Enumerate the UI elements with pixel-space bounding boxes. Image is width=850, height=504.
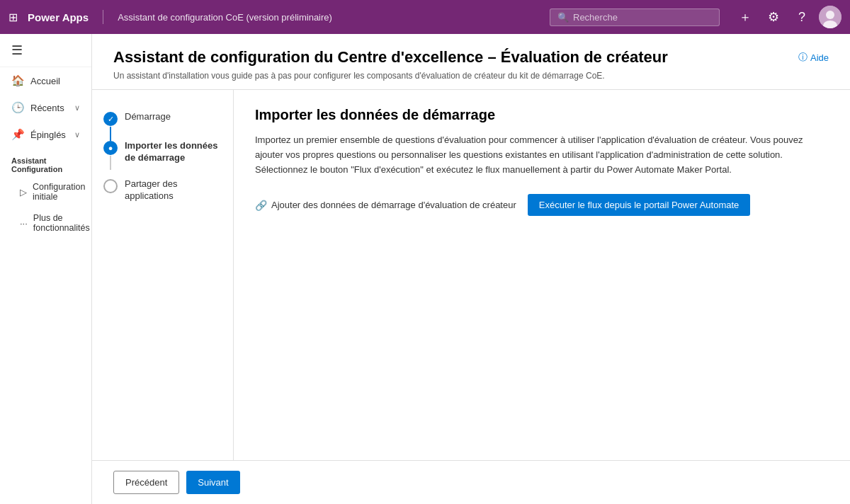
sidebar-sub-item-plus-label: Plus de fonctionnalités xyxy=(33,213,90,233)
content-area: Assistant de configuration du Centre d'e… xyxy=(92,34,850,504)
step-label-partager: Partager des applications xyxy=(125,178,222,202)
step-label-importer: Importer les données de démarrage xyxy=(125,140,222,164)
wizard-steps: ✓ Démarrage ● Importer les données de dé… xyxy=(92,90,234,460)
action-label: 🔗 Ajouter des données de démarrage d'éva… xyxy=(255,200,516,211)
wizard-step-partager[interactable]: Partager des applications xyxy=(92,171,233,210)
wizard-footer: Précédent Suivant xyxy=(92,460,850,504)
sidebar-item-config-initiale[interactable]: ▷ Configuration initiale xyxy=(0,176,91,207)
chevron-down-icon: ∨ xyxy=(74,103,80,113)
help-circle-icon: ⓘ xyxy=(798,51,808,64)
sidebar-item-accueil[interactable]: 🏠 Accueil xyxy=(0,67,91,94)
home-icon: 🏠 xyxy=(11,74,25,87)
wizard-step-demarrage[interactable]: ✓ Démarrage xyxy=(92,104,233,133)
sidebar-item-plus-fonctionnalites[interactable]: ··· Plus de fonctionnalités xyxy=(0,207,91,239)
app-logo: Power Apps xyxy=(28,11,89,23)
page-header: Assistant de configuration du Centre d'e… xyxy=(92,34,850,90)
main-layout: ☰ 🏠 Accueil 🕒 Récents ∨ 📌 Épinglés ∨ Ass… xyxy=(0,34,850,504)
wizard-layout: ✓ Démarrage ● Importer les données de dé… xyxy=(92,90,850,460)
topnav: ⊞ Power Apps Assistant de configuration … xyxy=(0,0,850,34)
wizard-content-panel: Importer les données de démarrage Import… xyxy=(234,90,850,460)
action-label-text: Ajouter des données de démarrage d'évalu… xyxy=(271,200,516,210)
sidebar-item-epingles-label: Épinglés xyxy=(30,130,66,140)
page-subtitle: Un assistant d'installation vous guide p… xyxy=(113,71,829,81)
execute-flow-button[interactable]: Exécuter le flux depuis le portail Power… xyxy=(528,194,751,216)
sidebar-item-accueil-label: Accueil xyxy=(30,76,60,86)
svg-point-1 xyxy=(826,11,834,19)
help-link[interactable]: ⓘ Aide xyxy=(798,51,829,64)
wizard-description: Importez un premier ensemble de question… xyxy=(255,133,829,177)
link-icon: 🔗 xyxy=(255,200,267,211)
clock-icon: 🕒 xyxy=(11,101,25,114)
step-connector-2 xyxy=(110,156,111,170)
wizard-section-title: Importer les données de démarrage xyxy=(255,107,829,123)
settings-button[interactable]: ⚙ xyxy=(762,6,785,28)
sidebar-section-label: Assistant Configuration xyxy=(0,148,91,176)
pin-icon: 📌 xyxy=(11,128,25,141)
play-icon: ▷ xyxy=(20,187,27,197)
sidebar-item-recents[interactable]: 🕒 Récents ∨ xyxy=(0,94,91,121)
sidebar-sub-item-config-label: Configuration initiale xyxy=(33,182,85,202)
wizard-action-row: 🔗 Ajouter des données de démarrage d'éva… xyxy=(255,194,829,216)
avatar[interactable] xyxy=(819,6,842,28)
step-circle-demarrage: ✓ xyxy=(103,112,118,126)
dots-icon: ··· xyxy=(20,218,28,229)
add-button[interactable]: ＋ xyxy=(734,6,756,28)
help-button[interactable]: ? xyxy=(790,6,813,28)
sidebar-item-recents-label: Récents xyxy=(30,103,64,113)
step-circle-partager xyxy=(103,179,118,193)
prev-button[interactable]: Précédent xyxy=(113,471,179,494)
topnav-divider xyxy=(103,10,103,24)
sidebar-toggle[interactable]: ☰ xyxy=(0,34,91,67)
chevron-down-icon-2: ∨ xyxy=(74,130,80,139)
page-title: Assistant de configuration du Centre d'e… xyxy=(113,48,829,67)
topnav-breadcrumb: Assistant de configuration CoE (version … xyxy=(118,12,332,23)
sidebar: ☰ 🏠 Accueil 🕒 Récents ∨ 📌 Épinglés ∨ Ass… xyxy=(0,34,92,504)
step-circle-importer: ● xyxy=(103,141,118,155)
grid-icon[interactable]: ⊞ xyxy=(8,11,18,24)
sidebar-item-epingles[interactable]: 📌 Épinglés ∨ xyxy=(0,121,91,148)
search-icon: 🔍 xyxy=(557,12,569,23)
topnav-actions: ＋ ⚙ ? xyxy=(734,6,842,28)
wizard-step-importer[interactable]: ● Importer les données de démarrage xyxy=(92,133,233,171)
search-bar[interactable]: 🔍 xyxy=(550,8,720,26)
search-input[interactable] xyxy=(573,12,712,23)
step-label-demarrage: Démarrage xyxy=(125,111,171,123)
next-button[interactable]: Suivant xyxy=(186,471,239,494)
